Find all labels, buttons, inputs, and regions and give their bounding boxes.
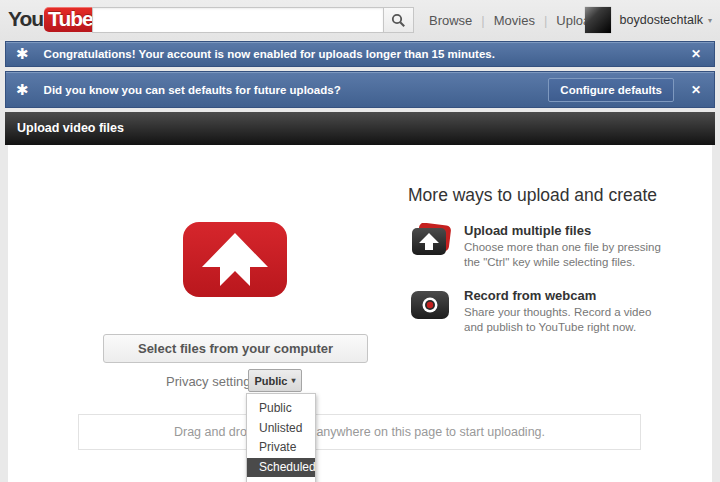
main-nav: Browse | Movies | Upload: [420, 0, 607, 40]
nav-separator: |: [481, 13, 484, 28]
multiple-files-icon[interactable]: [410, 223, 452, 257]
webcam-icon[interactable]: [410, 288, 452, 322]
dropdown-option-private[interactable]: Private: [247, 438, 315, 458]
more-item-title[interactable]: Record from webcam: [464, 288, 664, 303]
privacy-dropdown-button[interactable]: Public ▾: [248, 369, 302, 392]
upload-multiple-files-item: Upload multiple files Choose more than o…: [410, 223, 680, 270]
dropdown-option-unlisted[interactable]: Unlisted: [247, 419, 315, 439]
username: boydostechtalk: [620, 13, 703, 27]
notification-defaults: ✱ Did you know you can set defaults for …: [5, 71, 715, 108]
more-item-text: Upload multiple files Choose more than o…: [464, 223, 664, 270]
record-from-webcam-item: Record from webcam Share your thoughts. …: [410, 288, 680, 335]
notification-text: Did you know you can set defaults for fu…: [44, 84, 549, 96]
asterisk-icon: ✱: [16, 45, 29, 63]
more-item-desc: Share your thoughts. Record a video and …: [464, 305, 664, 335]
close-icon[interactable]: ✕: [691, 47, 701, 61]
drag-drop-area: Drag and drop video files anywhere on th…: [78, 414, 641, 450]
upload-arrow-icon[interactable]: [183, 222, 287, 297]
asterisk-icon: ✱: [16, 81, 29, 99]
user-avatar: [585, 7, 611, 33]
privacy-settings-label: Privacy settings:: [166, 374, 261, 389]
privacy-dropdown-menu: Public Unlisted Private Scheduled: [246, 393, 316, 482]
chevron-down-icon: ▾: [292, 376, 296, 385]
nav-browse[interactable]: Browse: [429, 13, 472, 28]
more-item-title[interactable]: Upload multiple files: [464, 223, 664, 238]
nav-movies[interactable]: Movies: [494, 13, 535, 28]
privacy-selected-value: Public: [254, 375, 287, 387]
notification-uploads-enabled: ✱ Congratulations! Your account is now e…: [5, 41, 715, 67]
chevron-down-icon: ▾: [708, 16, 712, 25]
more-item-desc: Choose more than one file by pressing th…: [464, 240, 664, 270]
youtube-logo[interactable]: YouTube: [8, 7, 97, 31]
search-button[interactable]: [383, 7, 414, 33]
logo-tube: Tube: [44, 7, 97, 32]
notification-text: Congratulations! Your account is now ena…: [44, 48, 678, 60]
main-content: Select files from your computer Privacy …: [8, 145, 712, 482]
close-icon[interactable]: ✕: [691, 83, 701, 97]
page-title: Upload video files: [5, 112, 715, 145]
more-item-text: Record from webcam Share your thoughts. …: [464, 288, 664, 335]
configure-defaults-button[interactable]: Configure defaults: [548, 78, 674, 102]
select-files-button[interactable]: Select files from your computer: [103, 334, 368, 363]
top-bar: YouTube Browse | Movies | Upload boydost…: [0, 0, 720, 40]
search-input[interactable]: [92, 7, 383, 33]
search-icon: [391, 13, 406, 28]
upload-page: YouTube Browse | Movies | Upload boydost…: [0, 0, 720, 482]
dropdown-option-public[interactable]: Public: [247, 399, 315, 419]
logo-you: You: [8, 7, 43, 30]
more-ways-title: More ways to upload and create: [408, 185, 657, 206]
nav-separator: |: [544, 13, 547, 28]
dropdown-option-scheduled[interactable]: Scheduled: [247, 458, 315, 478]
user-menu[interactable]: boydostechtalk ▾: [585, 0, 712, 40]
search-bar: [92, 7, 414, 33]
